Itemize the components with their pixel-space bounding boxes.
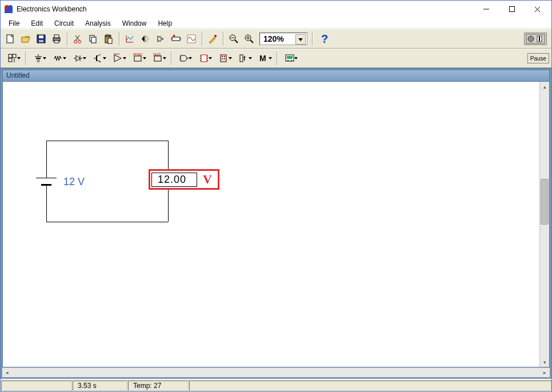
parts-bin-button[interactable] bbox=[3, 51, 22, 66]
svg-rect-85 bbox=[287, 56, 293, 59]
indicator-button[interactable] bbox=[214, 51, 234, 66]
svg-point-87 bbox=[291, 60, 292, 61]
new-button[interactable] bbox=[3, 31, 18, 46]
voltmeter[interactable]: 12.00 V bbox=[149, 169, 219, 190]
scroll-left-icon[interactable]: ◂ bbox=[2, 368, 12, 377]
window-title: Electronics Workbench bbox=[17, 5, 473, 13]
zoom-out-button[interactable] bbox=[226, 31, 241, 46]
print-button[interactable] bbox=[49, 31, 64, 46]
logic-gate-button[interactable] bbox=[174, 51, 194, 66]
svg-rect-77 bbox=[222, 56, 223, 57]
zoom-combo[interactable]: 120% bbox=[259, 33, 307, 45]
misc-button[interactable]: M bbox=[254, 51, 274, 66]
sources-button[interactable] bbox=[29, 51, 48, 66]
transistor-button[interactable] bbox=[89, 51, 108, 66]
dip-chip-button[interactable] bbox=[194, 51, 214, 66]
menu-edit[interactable]: Edit bbox=[25, 18, 49, 29]
wire[interactable] bbox=[46, 186, 47, 222]
simulate-switch[interactable] bbox=[524, 33, 547, 45]
zoom-in-button[interactable] bbox=[242, 31, 257, 46]
help-button[interactable]: ? bbox=[315, 31, 333, 46]
svg-rect-44 bbox=[9, 58, 12, 62]
diode-button[interactable] bbox=[69, 51, 88, 66]
pause-button[interactable]: Pause bbox=[527, 53, 549, 63]
svg-point-39 bbox=[528, 36, 534, 42]
circuit-canvas[interactable]: 12 V 12.00 V bbox=[3, 82, 539, 367]
app-icon bbox=[4, 5, 13, 14]
svg-text:?: ? bbox=[321, 33, 328, 45]
document-area: Untitled bbox=[1, 68, 551, 379]
mixed-ic-button[interactable]: MIXED bbox=[129, 51, 148, 66]
svg-rect-12 bbox=[54, 35, 59, 38]
scrollbar-thumb[interactable] bbox=[541, 179, 549, 225]
horizontal-scrollbar[interactable]: ◂ ▸ bbox=[2, 367, 550, 377]
svg-rect-22 bbox=[108, 38, 112, 43]
digital-ic-button[interactable]: DIGIT bbox=[149, 51, 168, 66]
toolbar-components: ANA MIXED DIGIT f M Pause bbox=[1, 49, 551, 68]
graph-button[interactable] bbox=[122, 31, 137, 46]
svg-rect-4 bbox=[509, 7, 514, 12]
scroll-right-icon[interactable]: ▸ bbox=[540, 368, 550, 377]
control-button[interactable]: f bbox=[234, 51, 254, 66]
copy-button[interactable] bbox=[86, 31, 101, 46]
wire[interactable] bbox=[46, 222, 168, 222]
menu-file[interactable]: File bbox=[3, 18, 25, 29]
titlebar: Electronics Workbench bbox=[1, 1, 551, 18]
probe-button[interactable] bbox=[205, 31, 220, 46]
scroll-up-icon[interactable]: ▴ bbox=[540, 82, 549, 91]
menu-window[interactable]: Window bbox=[117, 18, 153, 29]
svg-text:MIXED: MIXED bbox=[133, 53, 142, 56]
cut-button[interactable] bbox=[70, 31, 85, 46]
document-title[interactable]: Untitled bbox=[2, 70, 550, 81]
svg-rect-9 bbox=[39, 35, 43, 38]
svg-rect-79 bbox=[222, 58, 223, 59]
save-button[interactable] bbox=[34, 31, 49, 46]
menu-help[interactable]: Help bbox=[152, 18, 178, 29]
svg-line-56 bbox=[97, 54, 101, 57]
svg-rect-59 bbox=[134, 56, 141, 61]
menu-circuit[interactable]: Circuit bbox=[49, 18, 79, 29]
svg-line-34 bbox=[250, 40, 253, 43]
svg-rect-78 bbox=[224, 56, 225, 57]
voltmeter-unit: V bbox=[197, 172, 217, 187]
rotate-button[interactable] bbox=[153, 31, 168, 46]
svg-text:DIGIT: DIGIT bbox=[153, 53, 161, 56]
instrument-button[interactable] bbox=[280, 51, 299, 66]
svg-rect-27 bbox=[173, 35, 175, 37]
menubar: File Edit Circuit Analysis Window Help bbox=[1, 18, 551, 29]
app-window: Electronics Workbench File Edit Circuit … bbox=[0, 0, 552, 392]
zoom-value: 120% bbox=[263, 34, 284, 43]
close-button[interactable] bbox=[525, 1, 550, 17]
statusbar: 3.53 s Temp: 27 bbox=[1, 379, 551, 391]
svg-rect-13 bbox=[54, 41, 59, 43]
wire[interactable] bbox=[46, 141, 168, 141]
paste-button[interactable] bbox=[101, 31, 116, 46]
analog-ic-button[interactable]: ANA bbox=[109, 51, 128, 66]
wire[interactable] bbox=[46, 141, 47, 178]
status-temp: Temp: 27 bbox=[128, 381, 189, 391]
svg-rect-80 bbox=[224, 58, 225, 59]
menu-analysis[interactable]: Analysis bbox=[79, 18, 117, 29]
status-cell-1 bbox=[1, 381, 72, 391]
minimize-button[interactable] bbox=[473, 1, 499, 17]
waveform-button[interactable] bbox=[184, 31, 199, 46]
svg-point-17 bbox=[78, 41, 81, 43]
open-button[interactable] bbox=[18, 31, 33, 46]
svg-rect-61 bbox=[154, 56, 161, 61]
scroll-down-icon[interactable]: ▾ bbox=[540, 357, 549, 367]
voltmeter-reading: 12.00 bbox=[151, 173, 197, 187]
battery-label[interactable]: 12 V bbox=[63, 176, 85, 188]
wire[interactable] bbox=[168, 141, 169, 170]
maximize-button[interactable] bbox=[499, 1, 525, 17]
component-props-button[interactable] bbox=[169, 31, 183, 46]
wire[interactable] bbox=[168, 189, 169, 222]
svg-point-86 bbox=[287, 60, 289, 61]
basic-button[interactable] bbox=[49, 51, 68, 66]
vertical-scrollbar[interactable]: ▴ ▾ bbox=[539, 82, 549, 367]
svg-rect-24 bbox=[172, 37, 180, 41]
svg-rect-7 bbox=[7, 35, 13, 43]
svg-point-29 bbox=[214, 35, 217, 37]
status-time: 3.53 s bbox=[73, 381, 127, 391]
flip-button[interactable] bbox=[138, 31, 153, 46]
toolbar-main: 120% ? bbox=[1, 29, 551, 49]
